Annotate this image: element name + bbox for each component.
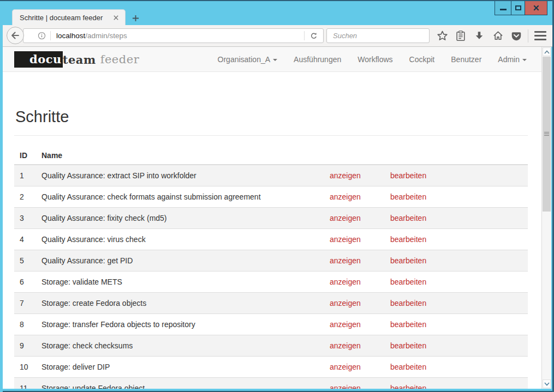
star-icon [436, 29, 449, 42]
maximize-button[interactable] [511, 1, 525, 15]
row-id: 6 [14, 272, 36, 293]
chevron-down-icon [522, 59, 527, 61]
table-row: 3 Quality Assurance: fixity check (md5) … [14, 208, 528, 229]
url-text[interactable]: localhost/admin/steps [51, 32, 304, 40]
brand-docu: docu [14, 51, 63, 68]
row-name: Storage: check checksums [36, 335, 324, 357]
page-title: Schritte [15, 108, 69, 126]
window-border-bottom [0, 389, 554, 392]
anzeigen-link[interactable]: anzeigen [330, 384, 361, 389]
scrollbar-grip-icon [544, 132, 549, 136]
chevron-down-icon [273, 59, 277, 61]
window-border-top [0, 0, 554, 1]
browser-toolbar: localhost/admin/steps [3, 25, 552, 47]
nav-item-workflows[interactable]: Workflows [349, 55, 401, 64]
main-navigation: Organisation_A Ausführungen Workflows Co… [210, 47, 535, 71]
bearbeiten-link[interactable]: bearbeiten [390, 384, 426, 389]
nav-item-label: Admin [498, 55, 520, 64]
nav-item-label: Benutzer [451, 55, 481, 64]
scroll-down-button[interactable] [543, 379, 551, 388]
chevron-down-icon [544, 382, 550, 386]
anzeigen-link[interactable]: anzeigen [330, 214, 361, 222]
brand-team: team [63, 53, 96, 67]
anzeigen-link[interactable]: anzeigen [330, 320, 361, 329]
close-icon [533, 4, 540, 11]
row-id: 4 [14, 229, 36, 250]
row-id: 9 [14, 335, 36, 357]
anzeigen-link[interactable]: anzeigen [330, 256, 361, 265]
toolbar-separator [528, 29, 528, 43]
bearbeiten-link[interactable]: bearbeiten [390, 256, 426, 265]
vertical-scrollbar[interactable] [541, 47, 551, 389]
row-id: 1 [14, 165, 36, 186]
bearbeiten-link[interactable]: bearbeiten [390, 171, 426, 180]
anzeigen-link[interactable]: anzeigen [330, 363, 361, 371]
anzeigen-link[interactable]: anzeigen [330, 171, 361, 180]
anzeigen-link[interactable]: anzeigen [330, 235, 361, 244]
table-row: 4 Quality Assurance: virus check anzeige… [14, 229, 528, 250]
window-controls [495, 1, 547, 15]
nav-item-organisation-a[interactable]: Organisation_A [210, 55, 286, 64]
brand-feeder: feeder [100, 53, 140, 66]
close-button[interactable] [525, 1, 547, 15]
row-name: Storage: deliver DIP [36, 357, 324, 378]
row-name: Quality Assurance: virus check [36, 229, 324, 250]
scrollbar-thumb[interactable] [543, 57, 551, 212]
menu-button[interactable] [533, 29, 548, 43]
hamburger-icon [534, 31, 546, 33]
nav-item-ausf-hrungen[interactable]: Ausführungen [285, 55, 349, 64]
bearbeiten-link[interactable]: bearbeiten [390, 363, 426, 371]
nav-item-label: Organisation_A [218, 55, 271, 64]
anzeigen-link[interactable]: anzeigen [330, 278, 361, 286]
bearbeiten-link[interactable]: bearbeiten [390, 192, 426, 201]
scroll-up-button[interactable] [543, 47, 551, 56]
reload-button[interactable] [305, 32, 323, 40]
anzeigen-link[interactable]: anzeigen [330, 341, 361, 350]
downloads-button[interactable] [472, 29, 486, 43]
nav-item-benutzer[interactable]: Benutzer [443, 55, 490, 64]
row-id: 3 [14, 208, 36, 229]
header-show [324, 147, 385, 165]
site-navbar: docuteamfeeder Organisation_A Ausführung… [3, 47, 541, 72]
table-row: 6 Storage: validate METS anzeigen bearbe… [14, 272, 528, 293]
reload-icon [309, 32, 318, 40]
row-id: 2 [14, 186, 36, 208]
row-name: Storage: update Fedora object [36, 378, 324, 389]
bearbeiten-link[interactable]: bearbeiten [390, 235, 426, 244]
search-input[interactable] [330, 32, 429, 40]
nav-item-label: Workflows [358, 55, 392, 64]
nav-item-admin[interactable]: Admin [490, 55, 535, 64]
anzeigen-link[interactable]: anzeigen [330, 192, 361, 201]
page-content: docuteamfeeder Organisation_A Ausführung… [3, 47, 541, 389]
minimize-button[interactable] [495, 1, 511, 15]
bearbeiten-link[interactable]: bearbeiten [390, 320, 426, 329]
row-name: Storage: validate METS [36, 272, 324, 293]
anzeigen-link[interactable]: anzeigen [330, 299, 361, 307]
tab-close-icon[interactable] [111, 13, 121, 22]
url-path: /admin/steps [85, 32, 127, 40]
site-info-icon[interactable] [33, 31, 50, 40]
bookmark-star-button[interactable] [435, 29, 449, 43]
title-divider [14, 135, 528, 136]
brand-logo[interactable]: docuteamfeeder [14, 51, 139, 68]
row-name: Quality Assurance: check formats against… [36, 186, 324, 208]
table-row: 5 Quality Assurance: get PID anzeigen be… [14, 250, 528, 272]
bookmarks-menu-button[interactable] [454, 29, 468, 43]
back-button[interactable] [7, 27, 24, 44]
browser-tab[interactable]: Schritte | docuteam feeder [12, 9, 126, 25]
steps-table: ID Name 1 Quality Assurance: extract SIP… [14, 147, 528, 389]
row-name: Storage: create Fedora objects [36, 293, 324, 314]
address-bar[interactable]: localhost/admin/steps [23, 28, 324, 43]
new-tab-button[interactable] [130, 14, 140, 22]
bearbeiten-link[interactable]: bearbeiten [390, 341, 426, 350]
pocket-button[interactable] [509, 29, 523, 43]
search-bar[interactable] [326, 28, 430, 43]
download-arrow-icon [473, 30, 485, 42]
home-button[interactable] [491, 29, 505, 43]
bearbeiten-link[interactable]: bearbeiten [390, 278, 426, 286]
row-id: 11 [14, 378, 36, 389]
bearbeiten-link[interactable]: bearbeiten [390, 299, 426, 307]
nav-item-cockpit[interactable]: Cockpit [401, 55, 443, 64]
nav-item-label: Cockpit [409, 55, 435, 64]
bearbeiten-link[interactable]: bearbeiten [390, 214, 426, 222]
